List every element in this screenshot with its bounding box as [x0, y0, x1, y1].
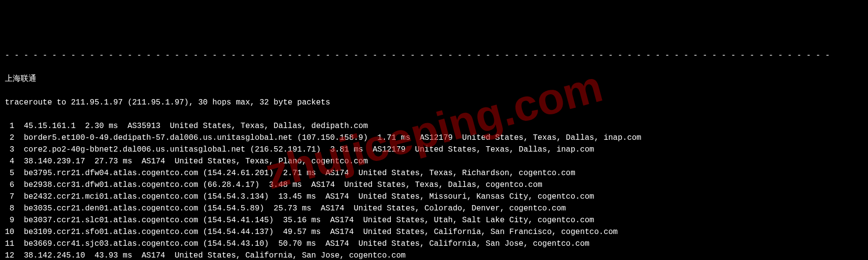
traceroute-hop-row: 4 38.140.239.17 27.73 ms AS174 United St… [5, 156, 863, 167]
route-title: 上海联通 [5, 73, 863, 85]
traceroute-hop-row: 2 border5.et100-0-49.dedipath-57.dal006.… [5, 132, 863, 144]
traceroute-hop-row: 8 be3035.ccr21.den01.atlas.cogentco.com … [5, 203, 863, 214]
traceroute-hop-row: 7 be2432.ccr21.mci01.atlas.cogentco.com … [5, 191, 863, 203]
traceroute-hop-row: 3 core2.po2-40g-bbnet2.dal006.us.unitasg… [5, 144, 863, 156]
traceroute-hop-row: 1 45.15.161.1 2.30 ms AS35913 United Sta… [5, 120, 863, 132]
traceroute-hops-list: 1 45.15.161.1 2.30 ms AS35913 United Sta… [5, 120, 863, 260]
traceroute-hop-row: 6 be2938.ccr31.dfw01.atlas.cogentco.com … [5, 179, 863, 191]
traceroute-hop-row: 11 be3669.ccr41.sjc03.atlas.cogentco.com… [5, 238, 863, 250]
traceroute-hop-row: 9 be3037.ccr21.slc01.atlas.cogentco.com … [5, 214, 863, 226]
traceroute-hop-row: 10 be3109.ccr21.sfo01.atlas.cogentco.com… [5, 226, 863, 238]
traceroute-header: traceroute to 211.95.1.97 (211.95.1.97),… [5, 97, 863, 108]
separator-line: - - - - - - - - - - - - - - - - - - - - … [5, 50, 863, 61]
traceroute-hop-row: 12 38.142.245.10 43.93 ms AS174 United S… [5, 250, 863, 260]
traceroute-hop-row: 5 be3795.rcr21.dfw04.atlas.cogentco.com … [5, 167, 863, 179]
